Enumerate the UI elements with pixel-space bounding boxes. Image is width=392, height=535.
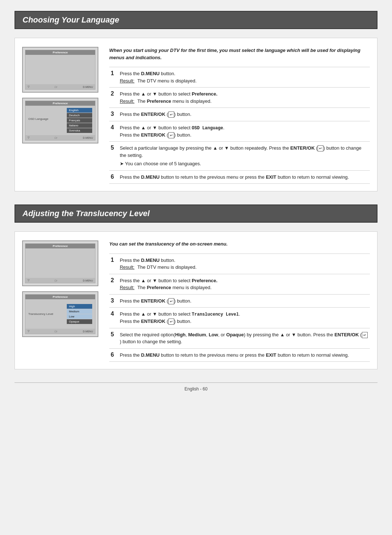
lang-svenska: Svenska [67, 128, 92, 133]
section2-intro: You can set the translucency of the on-s… [109, 240, 370, 248]
section2-title: Adjusting the Translucency Level [15, 204, 377, 223]
section1-step3: 3 Press the ENTER/OK (↵) button. [109, 108, 370, 121]
s2-step2-num: 2 [109, 274, 118, 294]
screen2-bottom-left: ▽ [28, 136, 29, 139]
step6-num: 6 [109, 170, 118, 184]
s2-step2-result-text: The Preference menu is displayed. [137, 284, 212, 291]
screen1-bottom-right: D.MENU [83, 86, 93, 88]
lang-francais: Français [67, 118, 92, 123]
s2-enter-ok-symbol-2: ↵ [168, 319, 174, 325]
step5-content: Select a particular language by pressing… [118, 142, 370, 171]
section1-screen1-bottom: ▽ □↑ D.MENU [25, 84, 95, 89]
enter-ok-symbol-2: ↵ [168, 132, 174, 138]
step5-num: 5 [109, 142, 118, 171]
enter-ok-symbol-3: ↵ [318, 145, 323, 151]
section1-content: Preference ▽ □↑ D.MENU Prefer [15, 38, 377, 191]
section2-screen2-title: Preference [25, 295, 95, 299]
section2-instructions: You can set the translucency of the on-s… [109, 240, 370, 362]
screen2-bottom-mid: □↑ [55, 137, 58, 139]
section2-step5: 5 Select the required option(High, Mediu… [109, 328, 370, 348]
s2-step5-num: 5 [109, 328, 118, 348]
section1-step4: 4 Press the ▲ or ▼ button to select OSD … [109, 121, 370, 142]
step2-result-text: The Preference menu is displayed. [137, 98, 212, 105]
s2-screen1-bottom-left: ▽ [28, 279, 29, 282]
step3-content: Press the ENTER/OK (↵) button. [118, 108, 370, 121]
s2-step2-content: Press the ▲ or ▼ button to select Prefer… [118, 274, 370, 294]
section2-screens: Preference ▽ □↑ D.MENU Prefer [22, 240, 98, 362]
section2-screen2-bottom: ▽ □↑ D.MENU [25, 329, 95, 334]
step2-content: Press the ▲ or ▼ button to select Prefer… [118, 88, 370, 108]
footer-text: English - 60 [184, 386, 207, 392]
s2-screen1-bottom-mid: □↑ [55, 279, 58, 282]
section1-screen1-content [25, 55, 95, 84]
section1-screen1-inner: Preference ▽ □↑ D.MENU [25, 50, 95, 90]
step2-result-label: Result: [120, 98, 134, 105]
section1-block: Choosing Your Language Preference ▽ □↑ [15, 11, 377, 191]
section1-steps-table: 1 Press the D.MENU button. Result: The D… [109, 67, 370, 184]
s2-screen2-bottom-left: ▽ [28, 330, 29, 333]
section1-screen2-inner: Preference OSD Language English Deutsch … [25, 101, 95, 141]
lang-english: English [67, 108, 92, 113]
s2-screen2-bottom-mid: □↑ [55, 330, 58, 333]
section1-screen2-label: OSD Language [28, 117, 48, 121]
section2-screen1-title: Preference [25, 244, 95, 248]
s2-step1-content: Press the D.MENU button. Result: The DTV… [118, 254, 370, 274]
trans-medium: Medium [67, 309, 92, 314]
s2-step1-result-text: The DTV menu is displayed. [137, 264, 196, 271]
section2-content: Preference ▽ □↑ D.MENU Prefer [15, 231, 377, 369]
section1-screen2-menu: English Deutsch Français Italiano Svensk… [67, 108, 92, 133]
step1-num: 1 [109, 67, 118, 88]
s2-step4-content: Press the ▲ or ▼ button to select Transl… [118, 308, 370, 328]
section2-screen1-inner: Preference ▽ □↑ D.MENU [25, 243, 95, 283]
trans-high: High [67, 304, 92, 309]
s2-step2-result-line: Result: The Preference menu is displayed… [120, 284, 368, 291]
lang-italiano: Italiano [67, 123, 92, 128]
section1-instructions: When you start using your DTV for the fi… [109, 47, 370, 184]
screen1-bottom-left: ▽ [28, 85, 29, 88]
section2-screen2-label: Translucency Level [28, 312, 53, 316]
step2-result-line: Result: The Preference menu is displayed… [120, 98, 368, 105]
section1-layout: Preference ▽ □↑ D.MENU Prefer [22, 47, 370, 184]
trans-opaque: Opaque [67, 319, 92, 324]
section2-screen1-content [25, 248, 95, 278]
section1-screens: Preference ▽ □↑ D.MENU Prefer [22, 47, 98, 184]
section2-layout: Preference ▽ □↑ D.MENU Prefer [22, 240, 370, 362]
section2-screen2-content: Translucency Level High Medium Low Opaqu… [25, 299, 95, 329]
lang-deutsch: Deutsch [67, 113, 92, 118]
enter-ok-symbol-1: ↵ [168, 112, 174, 118]
section2-screen2-menu: High Medium Low Opaque [67, 304, 92, 324]
section2-step1: 1 Press the D.MENU button. Result: The D… [109, 254, 370, 274]
section1-step2: 2 Press the ▲ or ▼ button to select Pref… [109, 88, 370, 108]
s2-step5-content: Select the required option(High, Medium,… [118, 328, 370, 348]
section1-screen1-title: Preference [25, 50, 95, 55]
section2-screen2: Preference Translucency Level High Mediu… [22, 291, 98, 337]
section1-screen2-content: OSD Language English Deutsch Français It… [25, 106, 95, 135]
s2-enter-ok-symbol-1: ↵ [168, 298, 174, 304]
s2-step6-content: Press the D.MENU button to return to the… [118, 348, 370, 362]
step3-num: 3 [109, 108, 118, 121]
step2-num: 2 [109, 88, 118, 108]
section1-screen1: Preference ▽ □↑ D.MENU [22, 47, 98, 93]
step1-result-text: The DTV menu is displayed. [137, 77, 196, 85]
section1-step5: 5 Select a particular language by pressi… [109, 142, 370, 171]
section1-step6: 6 Press the D.MENU button to return to t… [109, 170, 370, 184]
section2-step3: 3 Press the ENTER/OK (↵) button. [109, 294, 370, 308]
s2-screen2-bottom-right: D.MENU [83, 330, 93, 333]
step4-num: 4 [109, 121, 118, 142]
s2-step2-result-label: Result: [120, 284, 134, 291]
section1-screen2-title: Preference [25, 101, 95, 106]
s2-step1-result-line: Result: The DTV menu is displayed. [120, 264, 368, 271]
section1-screen2: Preference OSD Language English Deutsch … [22, 98, 98, 143]
section2-screen1-bottom: ▽ □↑ D.MENU [25, 278, 95, 283]
s2-step1-num: 1 [109, 254, 118, 274]
step1-result-label: Result: [120, 77, 134, 85]
section2-step2: 2 Press the ▲ or ▼ button to select Pref… [109, 274, 370, 294]
step6-content: Press the D.MENU button to return to the… [118, 170, 370, 184]
s2-step6-num: 6 [109, 348, 118, 362]
s2-step1-result-label: Result: [120, 264, 134, 271]
step4-content: Press the ▲ or ▼ button to select OSD La… [118, 121, 370, 142]
section2-block: Adjusting the Translucency Level Prefere… [15, 204, 377, 369]
s2-enter-ok-symbol-3: ↵ [362, 332, 368, 338]
section1-screen2-bottom: ▽ □↑ D.MENU [25, 135, 95, 140]
section2-step6: 6 Press the D.MENU button to return to t… [109, 348, 370, 362]
